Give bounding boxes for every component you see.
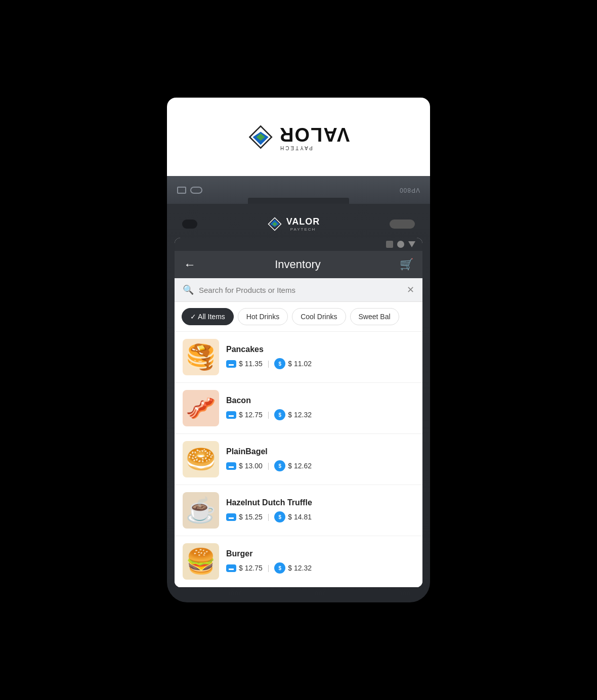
printer-mechanism: VP800 [167, 176, 430, 204]
item-name-bagel: PlainBagel [226, 447, 414, 456]
card-price-group: ▬ $ 13.00 [226, 462, 263, 470]
cash-icon: $ [274, 460, 285, 471]
item-image-pancakes: 🥞 [183, 339, 219, 375]
printer-logo: PAYTECH VALOR [247, 123, 350, 151]
cash-icon: $ [274, 409, 285, 420]
card-price-group: ▬ $ 12.75 [226, 411, 263, 419]
item-info-bagel: PlainBagel ▬ $ 13.00 | $ $ 12.62 [226, 447, 414, 471]
battery-icon [408, 241, 415, 247]
printer-paper-slot [248, 198, 349, 204]
item-image-truffle: ☕ [183, 492, 219, 529]
card-icon: ▬ [226, 513, 236, 521]
terminal-body: VALOR PAYTECH ← Inventory 🛒 🔍 [167, 204, 430, 602]
item-name-burger: Burger [226, 549, 414, 558]
cash-icon: $ [274, 358, 285, 369]
card-icon: ▬ [226, 564, 236, 572]
items-list: 🥞 Pancakes ▬ $ 11.35 | $ $ 11.02 [175, 332, 422, 587]
clear-search-button[interactable]: ✕ [407, 284, 414, 295]
search-bar: 🔍 ✕ [175, 278, 422, 302]
item-prices-pancakes: ▬ $ 11.35 | $ $ 11.02 [226, 358, 414, 369]
card-price-group: ▬ $ 11.35 [226, 360, 263, 368]
item-name-truffle: Hazelnut Dutch Truffle [226, 498, 414, 507]
item-name-pancakes: Pancakes [226, 345, 414, 354]
back-button[interactable]: ← [184, 258, 196, 271]
cash-price-group: $ $ 12.32 [274, 562, 312, 574]
terminal-diamond-icon [267, 216, 282, 232]
paytech-label: PAYTECH [279, 145, 313, 151]
card-price-group: ▬ $ 12.75 [226, 564, 263, 572]
cash-price-bacon: $ 12.32 [288, 411, 312, 419]
cart-button[interactable]: 🛒 [400, 258, 413, 271]
cash-price-truffle: $ 14.81 [288, 513, 312, 521]
card-price-burger: $ 12.75 [239, 564, 263, 572]
printer-icon-oval [190, 187, 202, 194]
printer-icon-square [177, 187, 186, 194]
cash-icon: $ [274, 511, 285, 522]
item-info-bacon: Bacon ▬ $ 12.75 | $ $ 12.32 [226, 396, 414, 420]
card-price-pancakes: $ 11.35 [239, 360, 263, 368]
pos-terminal: PAYTECH VALOR VP800 [157, 98, 440, 602]
item-name-bacon: Bacon [226, 396, 414, 405]
terminal-side-button[interactable] [390, 220, 415, 229]
cash-price-group: $ $ 11.02 [274, 358, 312, 369]
terminal-top-bar: VALOR PAYTECH [175, 211, 422, 238]
item-row[interactable]: 🥞 Pancakes ▬ $ 11.35 | $ $ 11.02 [175, 332, 422, 383]
valor-diamond-icon [247, 124, 274, 150]
printer-icons [177, 187, 202, 194]
item-row[interactable]: ☕ Hazelnut Dutch Truffle ▬ $ 15.25 | $ $ [175, 485, 422, 536]
item-info-pancakes: Pancakes ▬ $ 11.35 | $ $ 11.02 [226, 345, 414, 369]
printer-model-label: VP800 [399, 187, 420, 194]
terminal-logo: VALOR PAYTECH [267, 216, 320, 232]
page-title: Inventory [275, 258, 321, 271]
app-header: ← Inventory 🛒 [175, 251, 422, 278]
cash-price-pancakes: $ 11.02 [288, 360, 312, 368]
cash-price-group: $ $ 12.32 [274, 409, 312, 420]
item-prices-bagel: ▬ $ 13.00 | $ $ 12.62 [226, 460, 414, 471]
card-price-bagel: $ 13.00 [239, 462, 263, 470]
cash-price-group: $ $ 14.81 [274, 511, 312, 522]
search-input[interactable] [199, 286, 402, 294]
status-bar [175, 238, 422, 251]
valor-logo-text: VALOR [279, 123, 350, 145]
tab-cool-drinks[interactable]: Cool Drinks [292, 308, 346, 325]
card-icon: ▬ [226, 411, 236, 419]
terminal-valor-text: VALOR [286, 216, 320, 227]
cash-price-bagel: $ 12.62 [288, 462, 312, 470]
item-image-bagel: 🥯 [183, 441, 219, 477]
card-price-truffle: $ 15.25 [239, 513, 263, 521]
item-prices-truffle: ▬ $ 15.25 | $ $ 14.81 [226, 511, 414, 522]
card-price-group: ▬ $ 15.25 [226, 513, 263, 521]
tab-sweet-bal[interactable]: Sweet Bal [350, 308, 399, 325]
item-row[interactable]: 🥓 Bacon ▬ $ 12.75 | $ $ 12.32 [175, 383, 422, 434]
item-row[interactable]: 🥯 PlainBagel ▬ $ 13.00 | $ $ 12.62 [175, 434, 422, 485]
card-price-bacon: $ 12.75 [239, 411, 263, 419]
card-icon: ▬ [226, 360, 236, 368]
item-prices-burger: ▬ $ 12.75 | $ $ 12.32 [226, 562, 414, 574]
tab-hot-drinks[interactable]: Hot Drinks [238, 308, 288, 325]
item-row[interactable]: 🍔 Burger ▬ $ 12.75 | $ $ 12.32 [175, 536, 422, 587]
item-image-burger: 🍔 [183, 543, 219, 580]
cash-price-group: $ $ 12.62 [274, 460, 312, 471]
category-tabs: ✓ All Items Hot Drinks Cool Drinks Sweet… [175, 302, 422, 332]
screen: ← Inventory 🛒 🔍 ✕ ✓ All Items Hot Drinks… [175, 238, 422, 587]
search-icon: 🔍 [183, 284, 194, 295]
item-prices-bacon: ▬ $ 12.75 | $ $ 12.32 [226, 409, 414, 420]
item-info-truffle: Hazelnut Dutch Truffle ▬ $ 15.25 | $ $ 1… [226, 498, 414, 522]
item-info-burger: Burger ▬ $ 12.75 | $ $ 12.32 [226, 549, 414, 574]
cash-price-burger: $ 12.32 [288, 564, 312, 572]
wifi-icon [397, 241, 404, 248]
printer-top: PAYTECH VALOR [167, 98, 430, 176]
terminal-paytech-text: PAYTECH [286, 227, 320, 232]
tab-all-items[interactable]: ✓ All Items [182, 308, 234, 325]
card-icon: ▬ [226, 462, 236, 470]
item-image-bacon: 🥓 [183, 390, 219, 426]
cash-icon: $ [274, 562, 285, 574]
terminal-camera [182, 220, 197, 229]
signal-icon [386, 241, 393, 248]
